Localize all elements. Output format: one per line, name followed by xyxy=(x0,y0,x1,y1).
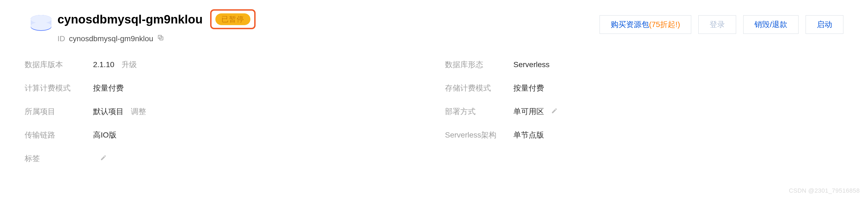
copy-icon[interactable] xyxy=(157,34,164,43)
id-value: cynosdbmysql-gm9nklou xyxy=(69,34,153,43)
discount-label: (75折起!) xyxy=(649,20,680,29)
edit-tags-icon[interactable] xyxy=(100,154,107,163)
buy-resource-pack-button[interactable]: 购买资源包(75折起!) xyxy=(599,15,691,34)
serverless-arch-value: 单节点版 xyxy=(514,130,544,140)
svg-point-1 xyxy=(31,15,52,23)
login-button[interactable]: 登录 xyxy=(698,15,736,34)
id-label: ID xyxy=(58,34,65,43)
deploy-label: 部署方式 xyxy=(445,107,514,117)
serverless-arch-label: Serverless架构 xyxy=(445,130,514,140)
status-badge: 已暂停 xyxy=(215,13,250,25)
database-icon xyxy=(25,8,58,38)
upgrade-link[interactable]: 升级 xyxy=(122,60,137,70)
status-highlight-box: 已暂停 xyxy=(210,9,256,29)
cluster-title: cynosdbmysql-gm9nklou xyxy=(58,12,203,26)
transport-value: 高IO版 xyxy=(93,130,117,140)
project-value: 默认项目 xyxy=(93,107,124,117)
db-form-label: 数据库形态 xyxy=(445,60,514,70)
project-label: 所属项目 xyxy=(25,107,93,117)
tags-label: 标签 xyxy=(25,153,93,164)
start-button[interactable]: 启动 xyxy=(806,15,843,34)
db-version-value: 2.1.10 xyxy=(93,60,114,69)
buy-resource-pack-label: 购买资源包 xyxy=(611,20,649,29)
edit-deploy-icon[interactable] xyxy=(551,107,558,116)
compute-billing-label: 计算计费模式 xyxy=(25,83,93,93)
watermark: CSDN @2301_79516858 xyxy=(789,187,860,194)
storage-billing-value: 按量付费 xyxy=(514,83,544,93)
db-form-value: Serverless xyxy=(514,60,550,69)
svg-point-3 xyxy=(31,22,52,30)
transport-label: 传输链路 xyxy=(25,130,93,140)
storage-billing-label: 存储计费模式 xyxy=(445,83,514,93)
db-version-label: 数据库版本 xyxy=(25,60,93,70)
compute-billing-value: 按量付费 xyxy=(93,83,124,93)
adjust-project-link[interactable]: 调整 xyxy=(131,107,146,117)
deploy-value: 单可用区 xyxy=(514,107,544,117)
destroy-button[interactable]: 销毁/退款 xyxy=(743,15,799,34)
